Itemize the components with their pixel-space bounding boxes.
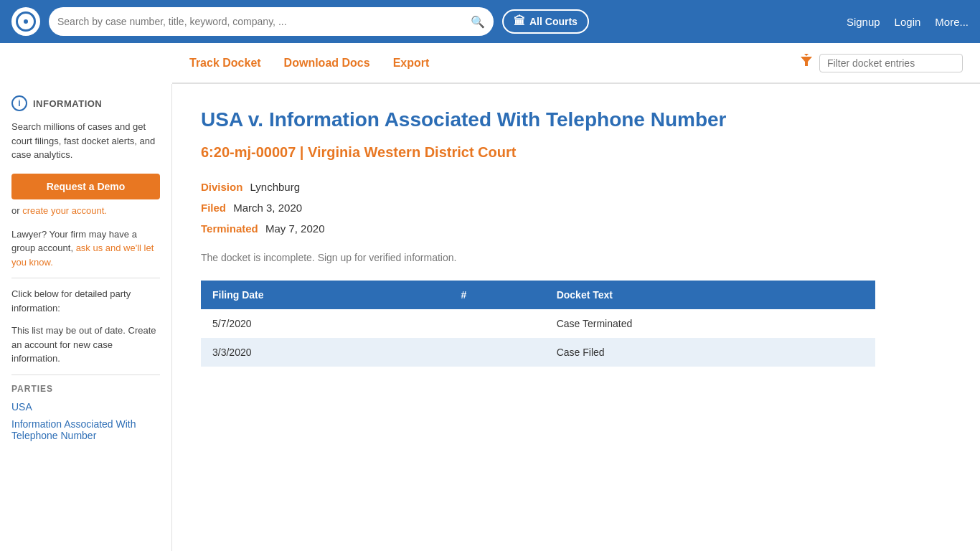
party-info-telephone[interactable]: Information Associated With Telephone Nu… (11, 418, 160, 441)
create-account-link[interactable]: create your account. (22, 205, 107, 216)
terminated-label: Terminated (201, 222, 258, 235)
filed-label: Filed (201, 202, 226, 214)
svg-marker-0 (801, 57, 812, 66)
track-docket-button[interactable]: Track Docket (189, 54, 261, 72)
division-detail: Division Lynchburg (201, 181, 951, 193)
filed-detail: Filed March 3, 2020 (201, 202, 951, 214)
filed-value: March 3, 2020 (233, 202, 302, 214)
logo-dot (24, 19, 28, 24)
search-icon: 🔍 (471, 15, 485, 29)
col-number: # (450, 281, 545, 309)
login-link[interactable]: Login (895, 16, 921, 28)
parties-header: PARTIES (11, 384, 160, 394)
main-content: USA v. Information Associated With Telep… (172, 84, 980, 551)
court-icon: 🏛 (514, 15, 525, 28)
col-docket-text: Docket Text (545, 281, 875, 309)
export-button[interactable]: Export (393, 54, 430, 72)
svg-marker-1 (804, 54, 809, 56)
division-value: Lynchburg (250, 181, 301, 193)
cell-number (450, 309, 545, 338)
toolbar: Track Docket Download Docs Export (172, 43, 980, 83)
cell-filing_date: 3/3/2020 (201, 338, 450, 367)
docket-table: Filing Date # Docket Text 5/7/2020Case T… (201, 281, 875, 367)
request-demo-button[interactable]: Request a Demo (11, 174, 160, 199)
cell-filing_date: 5/7/2020 (201, 309, 450, 338)
terminated-detail: Terminated May 7, 2020 (201, 222, 951, 235)
col-filing-date: Filing Date (201, 281, 450, 309)
click-below-text: Click below for detailed party informati… (11, 287, 160, 315)
sidebar-divider-1 (11, 278, 160, 278)
logo-inner (16, 11, 36, 32)
header-nav: Signup Login More... (847, 16, 969, 28)
sidebar: i INFORMATION Search millions of cases a… (0, 84, 172, 551)
cell-docket_text: Case Filed (545, 338, 875, 367)
terminated-value: May 7, 2020 (265, 222, 325, 235)
logo (11, 7, 40, 36)
filter-icon (799, 54, 814, 72)
sidebar-info-title: INFORMATION (33, 98, 102, 109)
sidebar-divider-2 (11, 375, 160, 375)
cell-docket_text: Case Terminated (545, 309, 875, 338)
party-usa[interactable]: USA (11, 401, 160, 413)
table-header-row: Filing Date # Docket Text (201, 281, 875, 309)
incomplete-message: The docket is incomplete. Sign up for ve… (201, 252, 951, 263)
list-outdated-text: This list may be out of date. Create an … (11, 324, 160, 366)
all-courts-label: All Courts (529, 16, 578, 27)
case-subtitle: 6:20-mj-00007 | Virginia Western Distric… (201, 144, 951, 161)
signup-link[interactable]: Signup (847, 16, 880, 28)
table-row: 3/3/2020Case Filed (201, 338, 875, 367)
sidebar-description: Search millions of cases and get court f… (11, 120, 160, 162)
or-text: or (11, 205, 22, 216)
layout: i INFORMATION Search millions of cases a… (0, 84, 980, 551)
table-row: 5/7/2020Case Terminated (201, 309, 875, 338)
search-bar: 🔍 (49, 7, 494, 36)
case-title: USA v. Information Associated With Telep… (201, 107, 951, 133)
sidebar-info-header: i INFORMATION (11, 95, 160, 111)
division-label: Division (201, 181, 242, 193)
all-courts-button[interactable]: 🏛 All Courts (502, 9, 589, 34)
download-docs-button[interactable]: Download Docs (284, 54, 370, 72)
cell-number (450, 338, 545, 367)
filter-area (799, 54, 963, 72)
sidebar-or-text: or create your account. (11, 205, 160, 216)
filter-input[interactable] (819, 54, 963, 72)
header: 🔍 🏛 All Courts Signup Login More... (0, 0, 980, 43)
info-icon: i (11, 95, 27, 111)
sidebar-lawyer-text: Lawyer? Your firm may have a group accou… (11, 227, 160, 270)
more-link[interactable]: More... (935, 16, 969, 28)
search-input[interactable] (57, 16, 465, 27)
